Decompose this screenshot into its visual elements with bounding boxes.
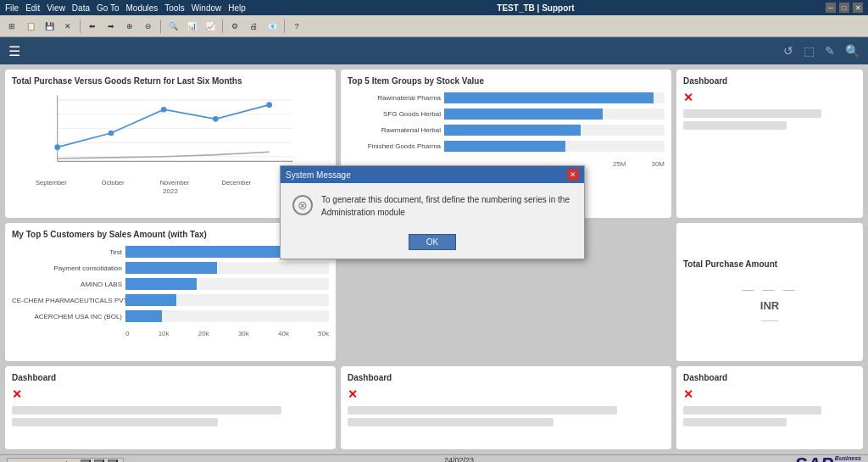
bar-row-3: Finished Goods Pharma (348, 141, 665, 152)
bar-label-2: Rawmaterial Herbal (348, 126, 441, 134)
doc-restore-btn[interactable]: □ (94, 459, 104, 463)
error-bar-bl (12, 406, 281, 415)
restore-button[interactable]: □ (839, 3, 849, 13)
window-controls: ─ □ ✕ (826, 3, 863, 13)
toolbar-btn-4[interactable]: ✕ (59, 18, 76, 35)
axis-10k: 10k (159, 330, 170, 337)
error-bar-br (683, 406, 821, 415)
doc-close-btn[interactable]: ✕ (108, 459, 118, 463)
dashboard-card-bottom-right: Dashboard ✕ (676, 366, 863, 449)
status-date: 24/02/23 (444, 456, 474, 463)
axis-40k: 40k (278, 330, 289, 337)
menu-tools[interactable]: Tools (164, 3, 184, 13)
menu-view[interactable]: View (47, 3, 65, 13)
customer-label-4: ACERCHEM USA INC (BOL) (12, 313, 122, 320)
top5-bar-chart: Rawmaterial Pharma SFG Goods Herbal Rawm… (348, 91, 665, 159)
toolbar-btn-15[interactable]: ? (288, 18, 305, 35)
error-icon-bottom-right: ✕ (683, 387, 693, 401)
customer-label-2: AMINO LABS (12, 281, 122, 288)
error-icon-top-right: ✕ (683, 91, 693, 104)
hamburger-icon[interactable]: ☰ (8, 43, 20, 59)
toolbar-btn-5[interactable]: ⬅ (84, 18, 101, 35)
menu-goto[interactable]: Go To (97, 3, 120, 13)
customer-bar-4 (125, 310, 329, 322)
window-title: TEST_TB | Support (246, 3, 826, 13)
bar-row-2: Rawmaterial Herbal (348, 125, 665, 136)
refresh-icon[interactable]: ↺ (783, 44, 793, 58)
menu-edit[interactable]: Edit (25, 3, 40, 13)
modal-ok-button[interactable]: OK (409, 234, 456, 250)
amount-currency: INR (760, 299, 779, 312)
toolbar: ⊞ 📋 💾 ✕ ⬅ ➡ ⊕ ⊖ 🔍 📊 📈 ⚙ 🖨 📧 ? (0, 15, 868, 37)
toolbar-btn-13[interactable]: 🖨 (245, 18, 262, 35)
toolbar-btn-7[interactable]: ⊕ (121, 18, 138, 35)
toolbar-btn-12[interactable]: ⚙ (226, 18, 243, 35)
menu-window[interactable]: Window (192, 3, 222, 13)
status-bar: Document Number ─ □ ✕ 24/02/23 4:19PM SA… (0, 454, 868, 462)
svg-point-11 (266, 102, 272, 108)
edit-icon[interactable]: ✎ (825, 44, 835, 58)
toolbar-btn-10[interactable]: 📊 (183, 18, 200, 35)
toolbar-btn-6[interactable]: ➡ (103, 18, 120, 35)
error-bar-bl-2 (12, 418, 218, 426)
status-bar-center: 24/02/23 4:19PM (444, 456, 474, 463)
error-bar-br-2 (683, 418, 787, 426)
modal-dialog[interactable]: System Message ✕ ⊗ To generate this docu… (280, 165, 585, 259)
toolbar-btn-11[interactable]: 📈 (202, 18, 219, 35)
close-button[interactable]: ✕ (853, 3, 863, 13)
toolbar-btn-14[interactable]: 📧 (264, 18, 281, 35)
customer-bar-2 (125, 278, 329, 290)
toolbar-btn-9[interactable]: 🔍 (164, 18, 181, 35)
menu-help[interactable]: Help (228, 3, 246, 13)
customer-fill-2 (125, 278, 197, 290)
total-purchase-title: Total Purchase Amount (683, 259, 856, 269)
customer-row-4: ACERCHEM USA INC (BOL) (12, 310, 329, 322)
modal-icon-symbol: ⊗ (298, 198, 308, 212)
error-bar-top-right (683, 109, 821, 118)
customer-fill-4 (125, 310, 162, 322)
amount-value: —— (761, 315, 778, 325)
svg-point-7 (54, 144, 60, 150)
toolbar-btn-2[interactable]: 📋 (22, 18, 39, 35)
svg-point-9 (161, 107, 167, 113)
purchase-vs-return-title: Total Purchase Versus Goods Return for L… (12, 76, 329, 86)
status-bar-right: SAP Business One (795, 454, 861, 463)
customer-fill-3 (125, 294, 176, 306)
modal-footer: OK (281, 229, 584, 259)
axis-25m: 25M (613, 160, 626, 168)
error-bar-bm-2 (348, 418, 554, 426)
bar-fill-1 (444, 109, 603, 120)
dashboard-card-bottom-middle: Dashboard ✕ (341, 366, 671, 449)
toolbar-btn-3[interactable]: 💾 (41, 18, 58, 35)
customer-fill-1 (125, 262, 217, 274)
axis-30k: 30k (238, 330, 249, 337)
dashboard-title-bottom-middle: Dashboard (348, 373, 665, 382)
toolbar-btn-1[interactable]: ⊞ (3, 18, 20, 35)
axis-0: 0 (125, 330, 129, 337)
svg-point-8 (108, 131, 114, 136)
modal-close-button[interactable]: ✕ (567, 169, 579, 181)
toolbar-btn-8[interactable]: ⊖ (140, 18, 157, 35)
axis-50k: 50k (318, 330, 329, 337)
dashboard-title-bottom-right: Dashboard (683, 373, 856, 382)
search-icon[interactable]: 🔍 (845, 44, 860, 58)
bar-container-2 (444, 125, 665, 136)
menu-data[interactable]: Data (72, 3, 90, 13)
axis-30m: 30M (651, 160, 665, 168)
menu-modules[interactable]: Modules (125, 3, 158, 13)
x-label-dec: December (205, 179, 267, 186)
dashboard-area: Total Purchase Versus Goods Return for L… (0, 64, 868, 454)
crop-icon[interactable]: ⬚ (804, 44, 815, 58)
doc-minimize-btn[interactable]: ─ (81, 459, 91, 463)
customer-label-1: Payment consolidation (12, 264, 122, 272)
x-label-oct: October (82, 179, 144, 186)
h-axis: 0 10k 20k 30k 40k 50k (12, 330, 329, 337)
separator-1 (80, 19, 81, 33)
menu-file[interactable]: File (5, 3, 19, 13)
bar-fill-3 (444, 141, 565, 152)
separator-2 (160, 19, 161, 33)
minimize-button[interactable]: ─ (826, 3, 836, 13)
bar-label-3: Finished Goods Pharma (348, 142, 441, 150)
separator-3 (222, 19, 223, 33)
top5-stock-title: Top 5 Item Groups by Stock Value (348, 76, 665, 86)
